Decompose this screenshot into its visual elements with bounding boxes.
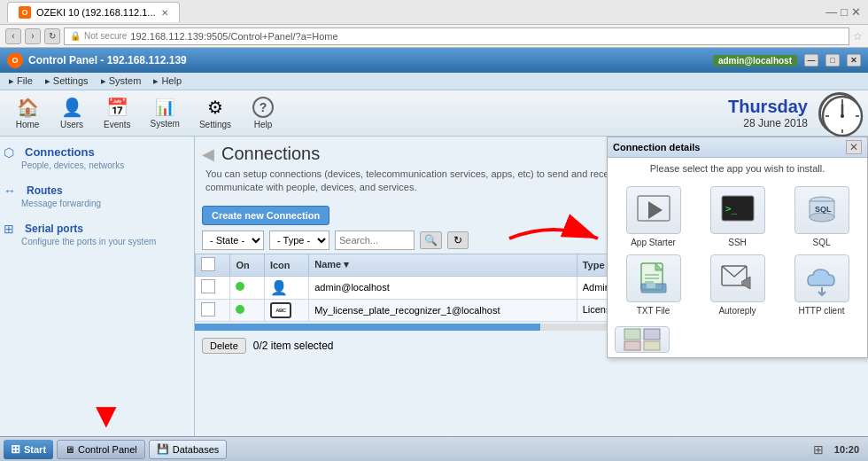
conn-icon-ssh[interactable]: >_ SSH xyxy=(699,186,776,247)
row1-name-cell[interactable]: admin@localhost xyxy=(309,276,577,299)
conn-details-close-button[interactable]: ✕ xyxy=(846,140,862,154)
menu-help[interactable]: ▸ Help xyxy=(148,74,187,88)
tab-close-button[interactable]: ✕ xyxy=(161,8,168,18)
row2-status-dot xyxy=(236,305,244,314)
svg-point-14 xyxy=(810,213,834,222)
search-button[interactable]: 🔍 xyxy=(420,231,442,249)
taskbar-time: 10:20 xyxy=(829,444,864,455)
create-connection-button[interactable]: Create new Connection xyxy=(202,206,329,225)
tab-title: OZEKI 10 (192.168.112.1... xyxy=(36,7,156,18)
menu-settings[interactable]: ▸ Settings xyxy=(40,74,94,88)
sidebar-connections-section: ⬡ Connections People, devices, networks xyxy=(4,144,190,174)
toolbar-system-button[interactable]: 📊 System xyxy=(143,93,188,133)
menu-file[interactable]: ▸ File xyxy=(4,74,38,88)
connections-sub: People, devices, networks xyxy=(4,160,190,174)
forward-button[interactable]: › xyxy=(25,28,41,44)
http-client-label: HTTP client xyxy=(798,306,844,316)
col-name[interactable]: Name ▾ xyxy=(309,254,577,276)
admin-badge: admin@localhost xyxy=(713,55,797,66)
routes-sub: Message forwarding xyxy=(4,199,190,212)
start-label: Start xyxy=(24,444,46,455)
taskbar-db-label: Databases xyxy=(173,444,220,455)
main-area: ⬡ Connections People, devices, networks … xyxy=(0,137,868,436)
bookmark-button[interactable]: ☆ xyxy=(853,30,863,43)
conn-icon-http-client[interactable]: HTTP client xyxy=(783,254,860,316)
settings-icon: ⚙ xyxy=(207,97,223,118)
app-starter-label: App Starter xyxy=(631,238,676,247)
state-filter[interactable]: - State - xyxy=(202,230,264,250)
app-title: Control Panel - 192.168.112.139 xyxy=(28,54,187,66)
serial-title[interactable]: Serial ports xyxy=(21,221,87,237)
app-maximize-button[interactable]: □ xyxy=(825,54,840,66)
svg-rect-27 xyxy=(624,341,640,350)
row2-icon-cell: ABC xyxy=(264,299,308,321)
back-arrow-button[interactable]: ◀ xyxy=(202,145,214,164)
search-input[interactable] xyxy=(335,230,415,250)
browser-maximize[interactable]: □ xyxy=(841,5,848,19)
back-button[interactable]: ‹ xyxy=(5,28,21,44)
routes-title[interactable]: Routes xyxy=(23,183,66,199)
scrollbar-thumb[interactable] xyxy=(195,324,540,331)
address-bar[interactable]: 🔒 Not secure 192.168.112.139:9505/Contro… xyxy=(64,27,849,45)
help-icon: ? xyxy=(252,97,274,118)
app-window: O Control Panel - 192.168.112.139 admin@… xyxy=(0,48,868,461)
browser-titlebar: O OZEKI 10 (192.168.112.1... ✕ — □ ✕ xyxy=(0,0,868,25)
tab-favicon: O xyxy=(19,6,31,19)
conn-icon-more[interactable] xyxy=(615,326,670,353)
protocol-label: Not secure xyxy=(84,31,127,41)
toolbar: 🏠 Home 👤 Users 📅 Events 📊 System ⚙ Setti… xyxy=(0,90,868,137)
url-text: 192.168.112.139:9505/Control+Panel/?a=Ho… xyxy=(130,31,337,42)
toolbar-events-button[interactable]: 📅 Events xyxy=(96,92,139,134)
refresh-button[interactable]: ↻ xyxy=(447,231,469,249)
delete-button[interactable]: Delete xyxy=(202,338,246,354)
routes-icon: ↔ xyxy=(4,184,16,198)
events-label: Events xyxy=(104,120,131,129)
row2-name-cell[interactable]: My_license_plate_recognizer_1@localhost xyxy=(309,299,577,321)
browser-minimize[interactable]: — xyxy=(825,5,837,19)
app-titlebar: O Control Panel - 192.168.112.139 admin@… xyxy=(0,48,868,73)
col-on: On xyxy=(230,254,264,276)
menubar: ▸ File ▸ Settings ▸ System ▸ Help xyxy=(0,73,868,90)
svg-text:SQL: SQL xyxy=(815,205,832,214)
toolbar-users-button[interactable]: 👤 Users xyxy=(51,92,92,134)
ssh-label: SSH xyxy=(728,238,747,247)
taskbar-control-panel[interactable]: 🖥 Control Panel xyxy=(57,440,145,459)
sidebar-item-serial-ports[interactable]: ⊞ Serial ports xyxy=(4,221,190,237)
app-close-button[interactable]: ✕ xyxy=(847,54,861,66)
type-filter[interactable]: - Type - xyxy=(269,230,329,250)
sidebar-item-routes[interactable]: ↔ Routes xyxy=(4,183,190,199)
conn-icon-app-starter[interactable]: App Starter xyxy=(615,186,692,247)
row2-on-cell xyxy=(230,299,264,321)
serial-icon: ⊞ xyxy=(4,222,14,236)
row2-checkbox[interactable] xyxy=(201,302,215,316)
toolbar-settings-button[interactable]: ⚙ Settings xyxy=(191,92,239,134)
toolbar-help-button[interactable]: ? Help xyxy=(243,92,283,134)
browser-close[interactable]: ✕ xyxy=(851,5,861,19)
reload-button[interactable]: ↻ xyxy=(44,28,60,44)
row1-on-cell xyxy=(230,276,264,299)
users-icon: 👤 xyxy=(61,97,83,118)
toolbar-home-button[interactable]: 🏠 Home xyxy=(7,92,48,134)
menu-system[interactable]: ▸ System xyxy=(96,74,147,88)
more-icon xyxy=(623,327,662,352)
conn-icon-sql[interactable]: SQL SQL xyxy=(783,186,860,247)
svg-rect-26 xyxy=(644,329,660,340)
select-all-checkbox[interactable] xyxy=(201,257,215,271)
sidebar-item-connections[interactable]: ⬡ Connections xyxy=(4,144,190,160)
app-starter-icon-box xyxy=(626,186,681,234)
row1-icon-cell: 👤 xyxy=(264,276,308,299)
connections-icon: ⬡ xyxy=(4,145,14,160)
browser-tab[interactable]: O OZEKI 10 (192.168.112.1... ✕ xyxy=(7,2,180,22)
connections-title[interactable]: Connections xyxy=(21,144,98,160)
help-label: Help xyxy=(254,120,273,129)
page-title: Connections xyxy=(221,144,320,164)
conn-icon-autoreply[interactable]: Autoreply xyxy=(699,254,776,316)
taskbar-databases[interactable]: 💾 Databases xyxy=(149,440,228,459)
row1-checkbox[interactable] xyxy=(201,279,215,293)
http-client-icon xyxy=(802,261,841,296)
system-label: System xyxy=(151,119,180,129)
conn-icon-txt-file[interactable]: TXT File xyxy=(615,254,692,316)
taskbar-cp-label: Control Panel xyxy=(78,444,137,455)
start-button[interactable]: ⊞ Start xyxy=(4,440,53,459)
app-minimize-button[interactable]: — xyxy=(804,54,818,66)
